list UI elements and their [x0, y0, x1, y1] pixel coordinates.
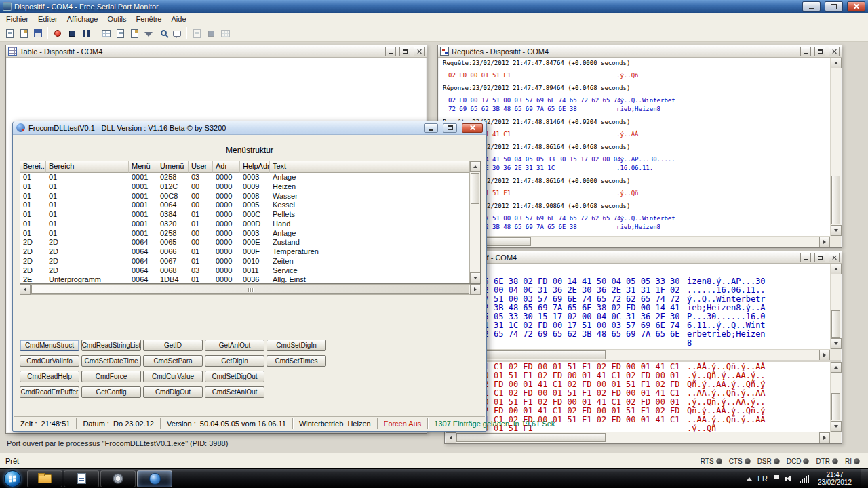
getdigin-button[interactable]: GetDigIn [205, 355, 264, 367]
cmdsetdigin-button[interactable]: CmdSetDigIn [267, 340, 326, 351]
scroll-thumb[interactable] [831, 310, 840, 338]
table-minimize-button[interactable] [385, 47, 396, 56]
print-button[interactable] [218, 26, 232, 40]
find-button[interactable] [156, 26, 170, 40]
table-row[interactable]: 0101000102580000000003Anlage [20, 229, 469, 239]
clock[interactable]: 21:47 23/02/2012 [814, 471, 855, 486]
scroll-up-button[interactable] [831, 58, 842, 68]
network-icon[interactable] [800, 475, 809, 483]
scroll-thumb[interactable] [831, 176, 840, 224]
scroll-thumb[interactable] [831, 393, 840, 420]
show-desktop-button[interactable] [861, 469, 868, 488]
minimize-button[interactable] [802, 1, 821, 12]
getid-button[interactable]: GetID [143, 340, 203, 351]
clear-button[interactable] [204, 26, 218, 40]
requests-close-button[interactable] [829, 47, 840, 56]
start-button[interactable] [4, 470, 21, 487]
volume-icon[interactable] [785, 475, 794, 483]
table-row[interactable]: 2D2D006400680300000011Service [20, 266, 469, 276]
sent-horizontal-scrollbar[interactable] [446, 432, 830, 443]
getconfig-button[interactable]: GetConfig [81, 386, 141, 398]
menu-editer[interactable]: Editer [33, 14, 62, 24]
new-monitor-button[interactable] [3, 26, 16, 40]
column-header-men[interactable]: Menü [129, 161, 157, 173]
scroll-down-button[interactable] [831, 225, 842, 236]
frocom-titlebar[interactable]: FrocomDLLtestV0.1 - DLL Version : V1.16 … [13, 121, 486, 135]
received-vertical-scrollbar[interactable] [830, 264, 841, 349]
column-header-adr[interactable]: Adr [213, 161, 240, 173]
scroll-thumb[interactable] [31, 285, 469, 294]
menu-affichage[interactable]: Affichage [62, 14, 103, 24]
language-indicator[interactable]: FR [757, 474, 768, 483]
device-maximize-button[interactable] [814, 253, 825, 262]
scroll-right-button[interactable] [819, 350, 830, 361]
maximize-button[interactable] [825, 1, 843, 12]
request-view-button[interactable] [127, 26, 141, 40]
filter-button[interactable] [142, 26, 155, 40]
column-header-helpadr[interactable]: HelpAdr [240, 161, 270, 173]
table-row[interactable]: 2D2D00640065000000000EZustand [20, 238, 469, 247]
cmdsetdatetime-button[interactable]: CmdSetDateTime [81, 355, 141, 367]
menu-outils[interactable]: Outils [102, 14, 131, 24]
device-close-button[interactable] [829, 253, 840, 262]
dump-view-button[interactable] [113, 26, 127, 40]
table-horizontal-scrollbar[interactable] [20, 284, 481, 295]
cmdsetpara-button[interactable]: CmdSetPara [143, 355, 203, 367]
table-maximize-button[interactable] [399, 47, 410, 56]
table-row[interactable]: 2D2D00640066010000000FTemperaturen [20, 247, 469, 257]
scroll-thumb[interactable] [456, 433, 606, 442]
scroll-up-button[interactable] [470, 161, 481, 172]
frocom-minimize-button[interactable] [424, 123, 438, 133]
table-row[interactable]: 010100010320010000000DHand [20, 220, 469, 229]
taskbar-button-serial-monitor[interactable] [137, 470, 172, 487]
copy-button[interactable] [190, 26, 203, 40]
table-view-button[interactable] [99, 26, 113, 40]
requests-horizontal-scrollbar[interactable] [439, 236, 830, 247]
scroll-right-button[interactable] [819, 432, 830, 443]
scroll-down-button[interactable] [831, 338, 842, 349]
requests-maximize-button[interactable] [814, 47, 825, 56]
scroll-right-button[interactable] [470, 284, 481, 295]
scroll-down-button[interactable] [831, 421, 842, 432]
table-row[interactable]: 2D2D006400670100000010Zeiten [20, 257, 469, 266]
main-titlebar[interactable]: Dispositif - COM4 - Free Serial Port Mon… [0, 0, 868, 13]
open-button[interactable] [17, 26, 31, 40]
requests-minimize-button[interactable] [800, 47, 811, 56]
action-center-icon[interactable] [773, 474, 780, 483]
frocom-maximize-button[interactable] [443, 123, 457, 133]
table-row[interactable]: 0101000100C80000000008Wasser [20, 192, 469, 201]
stop-monitoring-button[interactable] [65, 26, 79, 40]
close-button[interactable] [847, 1, 865, 12]
scroll-up-button[interactable] [831, 264, 842, 274]
taskbar-button-tools[interactable] [100, 470, 136, 487]
cmdreadstringlist-button[interactable]: CmdReadStringList [81, 340, 141, 351]
table-row[interactable]: 01010001012C0000000009Heizen [20, 182, 469, 192]
table-row[interactable]: 2EUnterprogramm00641DB40100000036Allg. E… [20, 275, 469, 284]
start-monitoring-button[interactable] [51, 26, 64, 40]
table-row[interactable]: 0101000102580300000003Anlage [20, 173, 469, 182]
table-window-titlebar[interactable]: Table - Dispositif - COM4 [6, 45, 427, 58]
scroll-thumb[interactable] [471, 173, 479, 204]
cmdreaderrpuffer-button[interactable]: CmdReadErrPuffer [20, 386, 79, 398]
column-header-umen[interactable]: Umenü [157, 161, 189, 173]
table-row[interactable]: 010100010384010000000CPellets [20, 210, 469, 220]
hidden-icons-arrow[interactable] [747, 477, 752, 481]
getanlout-button[interactable]: GetAnlOut [205, 340, 264, 351]
cmdforce-button[interactable]: CmdForce [81, 371, 141, 382]
cmdcurvalinfo-button[interactable]: CmdCurValInfo [20, 355, 79, 367]
sent-vertical-scrollbar[interactable] [830, 362, 841, 432]
scroll-right-button[interactable] [819, 237, 830, 247]
column-header-bereich[interactable]: Bereich [46, 161, 129, 173]
scroll-down-button[interactable] [470, 272, 481, 283]
received-horizontal-scrollbar[interactable] [446, 349, 830, 360]
frocom-close-button[interactable] [462, 123, 483, 133]
cmdmenustruct-button[interactable]: CmdMenuStruct [20, 340, 79, 351]
menu-fen-tre[interactable]: Fenêtre [132, 14, 167, 24]
cmdcurvalue-button[interactable]: CmdCurValue [143, 371, 203, 382]
cmdsetdigout-button[interactable]: CmdSetDigOut [205, 371, 264, 382]
menu-fichier[interactable]: Fichier [1, 14, 33, 24]
comment-button[interactable] [170, 26, 184, 40]
requests-vertical-scrollbar[interactable] [830, 58, 841, 236]
cmdreadhelp-button[interactable]: CmdReadHelp [20, 371, 79, 382]
taskbar-button-explorer[interactable] [27, 470, 62, 487]
